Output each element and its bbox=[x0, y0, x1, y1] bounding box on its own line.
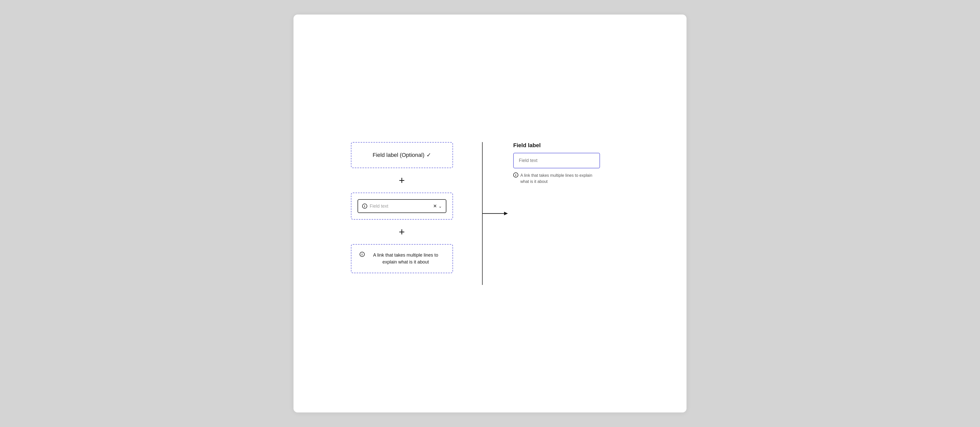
field-label-optional: Field label (Optional) ✓ bbox=[372, 152, 431, 159]
content-area: Field label (Optional) ✓ + i Field text … bbox=[337, 142, 643, 285]
label-optional-text: Field label (Optional) bbox=[372, 152, 425, 159]
arrow-svg bbox=[482, 211, 508, 216]
check-icon: ✓ bbox=[426, 152, 431, 159]
field-placeholder-text: Field text bbox=[370, 203, 431, 209]
chevron-down-icon[interactable]: ⌄ bbox=[438, 204, 442, 209]
main-card: Field label (Optional) ✓ + i Field text … bbox=[293, 14, 687, 413]
clear-icon[interactable]: ✕ bbox=[433, 203, 437, 209]
field-actions: ✕ ⌄ bbox=[433, 203, 442, 209]
svg-marker-1 bbox=[504, 212, 508, 215]
inner-input-mock: i Field text ✕ ⌄ bbox=[358, 199, 446, 213]
plus-divider-1: + bbox=[399, 175, 405, 186]
right-hint-text: A link that takes multiple lines to expl… bbox=[520, 172, 600, 185]
info-icon: i bbox=[362, 203, 367, 209]
right-hint-info-icon: i bbox=[513, 172, 518, 178]
field-dashed-box: i Field text ✕ ⌄ bbox=[351, 192, 453, 220]
right-field-input[interactable] bbox=[513, 153, 600, 168]
link-info-icon: i bbox=[360, 252, 365, 257]
arrow-container bbox=[482, 211, 508, 216]
right-panel: Field label i A link that takes multiple… bbox=[498, 142, 643, 185]
right-hint: i A link that takes multiple lines to ex… bbox=[513, 172, 600, 185]
middle-divider-section bbox=[467, 142, 498, 285]
right-field-label: Field label bbox=[513, 142, 643, 149]
link-dashed-box: i A link that takes multiple lines to ex… bbox=[351, 244, 453, 273]
link-content: i A link that takes multiple lines to ex… bbox=[360, 252, 444, 265]
label-dashed-box: Field label (Optional) ✓ bbox=[351, 142, 453, 168]
link-text: A link that takes multiple lines to expl… bbox=[367, 252, 444, 265]
plus-divider-2: + bbox=[399, 227, 405, 237]
left-panel: Field label (Optional) ✓ + i Field text … bbox=[337, 142, 467, 273]
